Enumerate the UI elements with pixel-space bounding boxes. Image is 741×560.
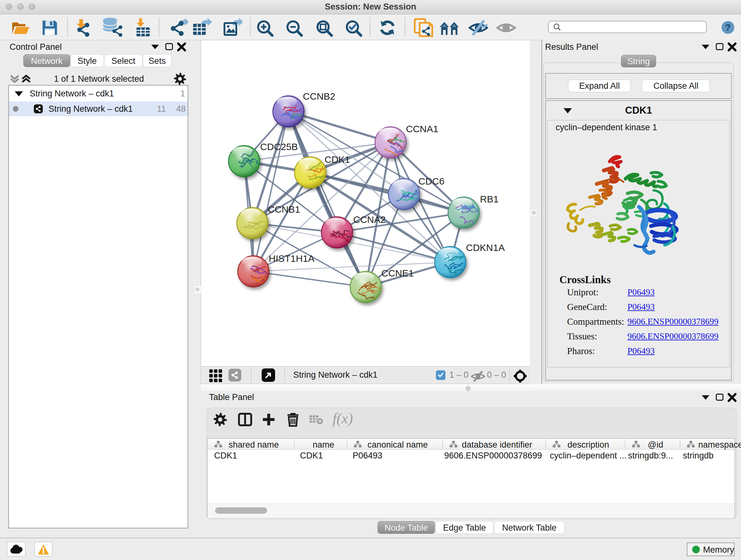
svg-text:CDC25B: CDC25B — [260, 141, 298, 152]
svg-text:CDC6: CDC6 — [418, 176, 445, 186]
svg-text:CCNA1: CCNA1 — [406, 124, 439, 134]
svg-text:CCNB2: CCNB2 — [303, 91, 335, 102]
svg-text:RB1: RB1 — [480, 194, 498, 204]
svg-text:CCNB1: CCNB1 — [268, 204, 300, 214]
svg-text:CDK1: CDK1 — [325, 154, 350, 165]
svg-text:CCNE1: CCNE1 — [381, 268, 414, 278]
svg-text:CCNA2: CCNA2 — [353, 214, 386, 225]
svg-text:CDKN1A: CDKN1A — [466, 242, 505, 253]
svg-text:HIST1H1A: HIST1H1A — [269, 253, 314, 264]
